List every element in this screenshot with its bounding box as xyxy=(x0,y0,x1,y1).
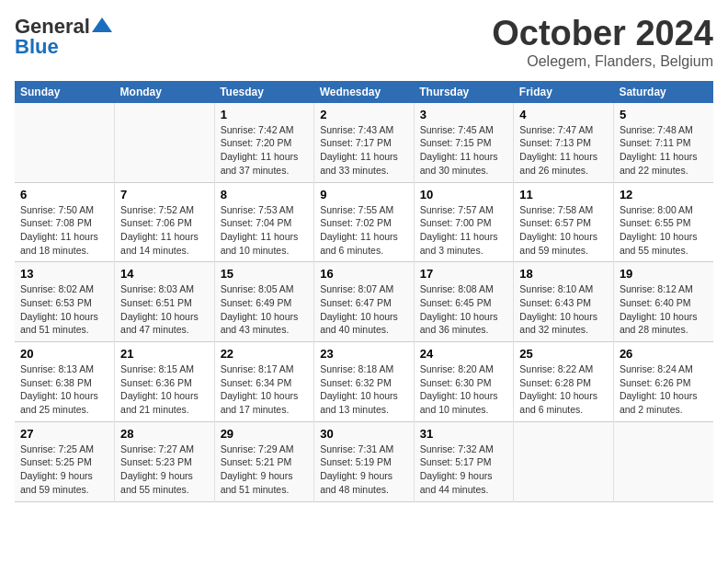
calendar-week-4: 20Sunrise: 8:13 AMSunset: 6:38 PMDayligh… xyxy=(15,342,713,422)
day-number: 6 xyxy=(20,188,108,201)
calendar-body: 1Sunrise: 7:42 AMSunset: 7:20 PMDaylight… xyxy=(15,103,713,501)
day-number: 20 xyxy=(20,347,108,361)
day-number: 2 xyxy=(320,108,408,121)
calendar-cell xyxy=(514,421,614,501)
calendar-cell: 11Sunrise: 7:58 AMSunset: 6:57 PMDayligh… xyxy=(514,182,614,262)
day-number: 22 xyxy=(221,347,309,361)
logo-blue: Blue xyxy=(15,35,59,59)
calendar-cell: 10Sunrise: 7:57 AMSunset: 7:00 PMDayligh… xyxy=(414,182,514,262)
calendar-cell xyxy=(115,103,215,182)
title-area: October 2024 Oelegem, Flanders, Belgium xyxy=(492,15,713,70)
header-row: Sunday Monday Tuesday Wednesday Thursday… xyxy=(15,81,713,103)
day-number: 8 xyxy=(221,188,309,201)
calendar-cell: 8Sunrise: 7:53 AMSunset: 7:04 PMDaylight… xyxy=(214,182,314,262)
logo: General Blue xyxy=(15,15,112,59)
col-sunday: Sunday xyxy=(15,81,115,103)
calendar-cell: 3Sunrise: 7:45 AMSunset: 7:15 PMDaylight… xyxy=(414,103,514,182)
calendar-cell xyxy=(613,421,713,501)
col-friday: Friday xyxy=(514,81,614,103)
calendar-cell: 13Sunrise: 8:02 AMSunset: 6:53 PMDayligh… xyxy=(15,262,115,342)
day-info: Sunrise: 8:08 AMSunset: 6:45 PMDaylight:… xyxy=(420,282,508,337)
calendar-cell: 29Sunrise: 7:29 AMSunset: 5:21 PMDayligh… xyxy=(214,421,314,501)
day-info: Sunrise: 8:05 AMSunset: 6:49 PMDaylight:… xyxy=(221,282,309,337)
day-number: 10 xyxy=(420,188,508,201)
day-info: Sunrise: 7:45 AMSunset: 7:15 PMDaylight:… xyxy=(420,123,508,178)
day-number: 19 xyxy=(620,267,708,281)
day-info: Sunrise: 7:31 AMSunset: 5:19 PMDaylight:… xyxy=(320,442,408,497)
day-info: Sunrise: 7:53 AMSunset: 7:04 PMDaylight:… xyxy=(221,203,309,258)
col-wednesday: Wednesday xyxy=(314,81,415,103)
day-number: 13 xyxy=(20,267,108,281)
col-monday: Monday xyxy=(115,81,215,103)
calendar-cell: 9Sunrise: 7:55 AMSunset: 7:02 PMDaylight… xyxy=(314,182,415,262)
col-saturday: Saturday xyxy=(613,81,713,103)
day-info: Sunrise: 8:17 AMSunset: 6:34 PMDaylight:… xyxy=(221,362,309,417)
day-info: Sunrise: 7:55 AMSunset: 7:02 PMDaylight:… xyxy=(320,203,408,258)
calendar-cell: 15Sunrise: 8:05 AMSunset: 6:49 PMDayligh… xyxy=(214,262,314,342)
day-info: Sunrise: 8:02 AMSunset: 6:53 PMDaylight:… xyxy=(20,282,108,337)
logo-icon xyxy=(92,17,112,32)
calendar-header: Sunday Monday Tuesday Wednesday Thursday… xyxy=(15,81,713,103)
col-tuesday: Tuesday xyxy=(214,81,314,103)
calendar-cell: 26Sunrise: 8:24 AMSunset: 6:26 PMDayligh… xyxy=(613,342,713,422)
day-number: 25 xyxy=(519,347,608,361)
day-info: Sunrise: 7:43 AMSunset: 7:17 PMDaylight:… xyxy=(320,123,408,178)
day-number: 29 xyxy=(221,427,309,441)
day-number: 30 xyxy=(320,427,408,441)
calendar-cell: 7Sunrise: 7:52 AMSunset: 7:06 PMDaylight… xyxy=(115,182,215,262)
calendar-cell: 30Sunrise: 7:31 AMSunset: 5:19 PMDayligh… xyxy=(314,421,415,501)
calendar-cell: 28Sunrise: 7:27 AMSunset: 5:23 PMDayligh… xyxy=(115,421,215,501)
day-info: Sunrise: 8:24 AMSunset: 6:26 PMDaylight:… xyxy=(620,362,708,417)
location: Oelegem, Flanders, Belgium xyxy=(492,53,713,70)
calendar-cell: 2Sunrise: 7:43 AMSunset: 7:17 PMDaylight… xyxy=(314,103,415,182)
calendar-cell: 22Sunrise: 8:17 AMSunset: 6:34 PMDayligh… xyxy=(214,342,314,422)
calendar-cell: 16Sunrise: 8:07 AMSunset: 6:47 PMDayligh… xyxy=(314,262,415,342)
calendar-cell xyxy=(15,103,115,182)
day-number: 1 xyxy=(221,108,309,121)
page-header: General Blue October 2024 Oelegem, Fland… xyxy=(15,15,713,70)
day-info: Sunrise: 8:10 AMSunset: 6:43 PMDaylight:… xyxy=(519,282,608,337)
day-number: 31 xyxy=(420,427,508,441)
calendar-cell: 4Sunrise: 7:47 AMSunset: 7:13 PMDaylight… xyxy=(514,103,614,182)
day-number: 21 xyxy=(120,347,209,361)
svg-marker-0 xyxy=(92,17,112,32)
day-info: Sunrise: 7:57 AMSunset: 7:00 PMDaylight:… xyxy=(420,203,508,258)
day-number: 4 xyxy=(519,108,608,121)
day-number: 28 xyxy=(120,427,209,441)
day-info: Sunrise: 7:25 AMSunset: 5:25 PMDaylight:… xyxy=(20,442,108,497)
day-info: Sunrise: 8:07 AMSunset: 6:47 PMDaylight:… xyxy=(320,282,408,337)
calendar-table: Sunday Monday Tuesday Wednesday Thursday… xyxy=(15,81,713,502)
day-number: 3 xyxy=(420,108,508,121)
day-info: Sunrise: 8:15 AMSunset: 6:36 PMDaylight:… xyxy=(120,362,209,417)
calendar-cell: 27Sunrise: 7:25 AMSunset: 5:25 PMDayligh… xyxy=(15,421,115,501)
day-info: Sunrise: 8:12 AMSunset: 6:40 PMDaylight:… xyxy=(620,282,708,337)
calendar-cell: 24Sunrise: 8:20 AMSunset: 6:30 PMDayligh… xyxy=(414,342,514,422)
calendar-cell: 18Sunrise: 8:10 AMSunset: 6:43 PMDayligh… xyxy=(514,262,614,342)
day-number: 17 xyxy=(420,267,508,281)
day-info: Sunrise: 7:48 AMSunset: 7:11 PMDaylight:… xyxy=(620,123,708,178)
day-info: Sunrise: 7:47 AMSunset: 7:13 PMDaylight:… xyxy=(519,123,608,178)
day-info: Sunrise: 7:29 AMSunset: 5:21 PMDaylight:… xyxy=(221,442,309,497)
day-info: Sunrise: 7:42 AMSunset: 7:20 PMDaylight:… xyxy=(221,123,309,178)
calendar-cell: 20Sunrise: 8:13 AMSunset: 6:38 PMDayligh… xyxy=(15,342,115,422)
day-number: 5 xyxy=(620,108,708,121)
day-number: 14 xyxy=(120,267,209,281)
day-number: 24 xyxy=(420,347,508,361)
calendar-cell: 19Sunrise: 8:12 AMSunset: 6:40 PMDayligh… xyxy=(613,262,713,342)
calendar-cell: 25Sunrise: 8:22 AMSunset: 6:28 PMDayligh… xyxy=(514,342,614,422)
calendar-cell: 17Sunrise: 8:08 AMSunset: 6:45 PMDayligh… xyxy=(414,262,514,342)
calendar-cell: 12Sunrise: 8:00 AMSunset: 6:55 PMDayligh… xyxy=(613,182,713,262)
day-info: Sunrise: 7:32 AMSunset: 5:17 PMDaylight:… xyxy=(420,442,508,497)
calendar-week-2: 6Sunrise: 7:50 AMSunset: 7:08 PMDaylight… xyxy=(15,182,713,262)
day-number: 9 xyxy=(320,188,408,201)
day-number: 16 xyxy=(320,267,408,281)
day-info: Sunrise: 8:18 AMSunset: 6:32 PMDaylight:… xyxy=(320,362,408,417)
day-number: 23 xyxy=(320,347,408,361)
day-number: 26 xyxy=(620,347,708,361)
calendar-week-1: 1Sunrise: 7:42 AMSunset: 7:20 PMDaylight… xyxy=(15,103,713,182)
calendar-cell: 23Sunrise: 8:18 AMSunset: 6:32 PMDayligh… xyxy=(314,342,415,422)
day-info: Sunrise: 7:52 AMSunset: 7:06 PMDaylight:… xyxy=(120,203,209,258)
day-info: Sunrise: 8:20 AMSunset: 6:30 PMDaylight:… xyxy=(420,362,508,417)
calendar-cell: 21Sunrise: 8:15 AMSunset: 6:36 PMDayligh… xyxy=(115,342,215,422)
day-info: Sunrise: 8:03 AMSunset: 6:51 PMDaylight:… xyxy=(120,282,209,337)
